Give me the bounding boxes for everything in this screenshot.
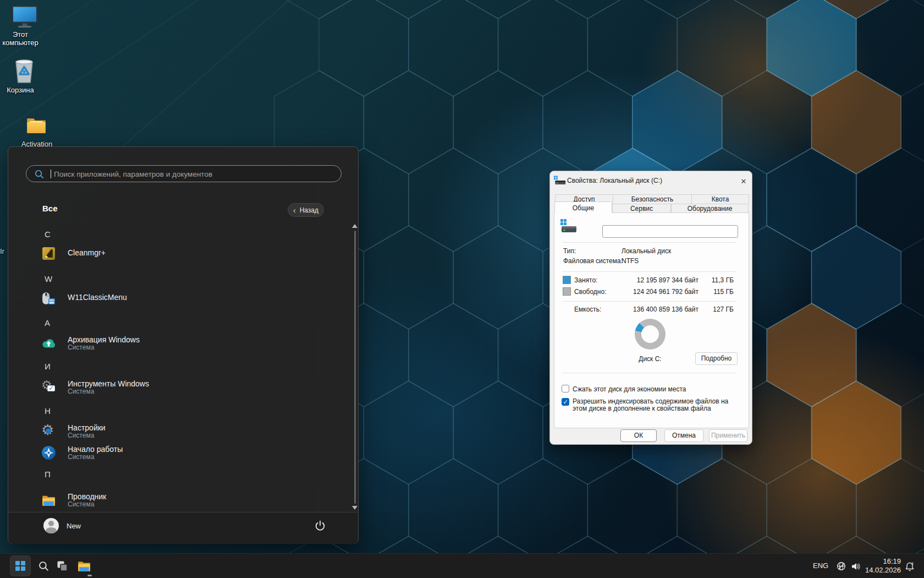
app-item-windows-tools[interactable]: ⚙ ✓ Инструменты Windows Система [37, 379, 338, 400]
app-title: Инструменты Windows [68, 379, 149, 388]
tab-general[interactable]: Общие [554, 201, 612, 213]
scrollbar-down-arrow[interactable] [352, 506, 358, 510]
app-item-cleanmgr[interactable]: Cleanmgr+ [37, 245, 338, 266]
close-icon[interactable]: ✕ [737, 176, 750, 188]
details-button[interactable]: Подробно [695, 352, 738, 365]
tab-hardware[interactable]: Оборудование [671, 204, 749, 213]
avatar-body [46, 527, 57, 533]
taskbar: ENG 16:19 14.02.2026 z [0, 553, 924, 578]
svg-text:z: z [911, 561, 914, 565]
tools-gear-icon: ⚙ ✓ [41, 380, 56, 395]
cancel-button[interactable]: Отмена [664, 429, 703, 442]
taskbar-clock[interactable]: 16:19 14.02.2026 [865, 557, 901, 575]
backup-cloud-icon [41, 336, 56, 351]
disk-chart-label: Диск C: [623, 355, 678, 363]
notification-bell-icon[interactable]: z [904, 561, 915, 572]
back-button[interactable]: ‹ Назад [288, 203, 324, 217]
explorer-folder-icon [77, 559, 91, 573]
dialog-drive-icon [554, 176, 566, 186]
divider [562, 271, 736, 272]
app-item-windows-backup[interactable]: Архивация Windows Система [37, 335, 338, 356]
free-size: 115 ГБ [713, 288, 734, 296]
app-subtitle: Система [68, 500, 94, 508]
search-icon [38, 560, 50, 572]
start-menu-footer: New [8, 512, 358, 544]
used-space-swatch [563, 276, 571, 284]
app-item-explorer[interactable]: Проводник Система [37, 492, 338, 512]
type-value: Локальный диск [622, 247, 671, 255]
scrollbar[interactable] [354, 231, 356, 504]
taskbar-explorer-button[interactable] [74, 555, 95, 576]
explorer-running-indicator [87, 575, 92, 576]
app-title: Настройки [68, 423, 106, 432]
back-button-label: Назад [300, 206, 318, 214]
start-button[interactable] [10, 555, 31, 576]
divider [562, 301, 736, 302]
app-title: Проводник [68, 492, 106, 501]
search-input[interactable] [53, 167, 330, 182]
tab-security[interactable]: Безопасность [613, 194, 692, 204]
desktop: Этот компьютер Корзина Activation Ir [0, 0, 924, 578]
free-bytes: 124 204 961 792 байт [633, 288, 698, 296]
task-view-button[interactable] [52, 555, 73, 576]
start-menu: Все ‹ Назад C Cleanmgr+ W [8, 146, 359, 544]
used-bytes: 12 195 897 344 байт [637, 276, 698, 284]
folder-icon [25, 113, 47, 137]
tray-time: 16:19 [865, 557, 901, 566]
settings-gear-icon: ⚙ [41, 424, 56, 439]
indexing-checkbox-label: Разрешить индексировать содержимое файло… [573, 398, 735, 412]
section-letter-i[interactable]: И [45, 362, 58, 371]
w11classicmenu-icon [41, 291, 56, 306]
cleanmgr-icon [41, 246, 56, 261]
used-size: 11,3 ГБ [712, 276, 734, 284]
app-subtitle: Система [68, 432, 94, 439]
disk-properties-dialog: Свойства: Локальный диск (C:) ✕ Доступ Б… [549, 171, 752, 445]
section-letter-p[interactable]: П [45, 470, 58, 479]
app-item-get-started[interactable]: Начало работы Система [37, 444, 338, 465]
taskbar-search-button[interactable] [33, 555, 54, 576]
network-globe-icon[interactable] [836, 561, 846, 571]
scrollbar-up-arrow[interactable] [352, 224, 358, 228]
all-apps-header: Все [42, 204, 58, 213]
tab-quota[interactable]: Квота [691, 194, 749, 204]
general-tab-page: Тип: Локальный диск Файловая система: NT… [554, 212, 749, 428]
section-letter-c[interactable]: C [45, 230, 58, 239]
divider [562, 242, 736, 243]
avatar-head [48, 521, 54, 526]
section-letter-w[interactable]: W [45, 274, 58, 283]
app-subtitle: Система [68, 388, 94, 395]
donut-hole [641, 325, 659, 343]
desktop-icon-label: Этот компьютер [0, 30, 41, 47]
drive-icon [560, 219, 577, 233]
filesystem-label: Файловая система: [563, 257, 623, 265]
divider [562, 373, 736, 373]
ok-button[interactable]: ОК [620, 429, 657, 442]
volume-label-input[interactable] [602, 225, 738, 238]
clipped-desktop-icon-label: Ir [0, 247, 7, 255]
capacity-bytes: 136 400 859 136 байт [633, 306, 698, 313]
app-title: Архивация Windows [68, 335, 140, 344]
compress-checkbox[interactable]: ✓ [562, 385, 569, 392]
indexing-checkbox[interactable]: ✓ [562, 398, 569, 406]
language-indicator[interactable]: ENG [813, 561, 828, 570]
section-letter-a[interactable]: А [45, 318, 58, 328]
user-name[interactable]: New [67, 522, 81, 530]
apply-button[interactable]: Применить [709, 429, 747, 442]
app-item-settings[interactable]: ⚙ Настройки Система [37, 423, 338, 444]
start-search-box[interactable] [26, 165, 342, 182]
chevron-left-icon: ‹ [293, 207, 296, 214]
tab-tools[interactable]: Сервис [612, 204, 671, 213]
filesystem-value: NTFS [622, 257, 639, 265]
section-letter-n[interactable]: Н [45, 406, 58, 416]
power-button-icon[interactable] [314, 520, 326, 532]
app-subtitle: Система [68, 453, 94, 461]
user-avatar[interactable] [43, 518, 59, 533]
app-title: Cleanmgr+ [68, 248, 106, 257]
dialog-title: Свойства: Локальный диск (C:) [567, 177, 662, 184]
app-item-w11classicmenu[interactable]: W11ClassicMenu [37, 290, 338, 310]
explorer-folder-icon [41, 493, 56, 508]
speaker-icon[interactable] [850, 561, 861, 572]
task-view-icon [56, 560, 68, 572]
tray-date: 14.02.2026 [865, 566, 901, 575]
used-label: Занято: [574, 276, 597, 284]
